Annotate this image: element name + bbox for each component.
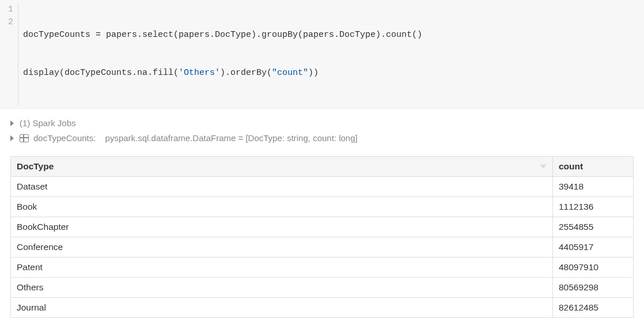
cell-doctype: Journal xyxy=(11,298,553,318)
table-row: Conference4405917 xyxy=(11,237,634,258)
cell-doctype: Others xyxy=(11,278,553,298)
column-header-label: count xyxy=(559,161,583,171)
column-header-count[interactable]: count xyxy=(553,157,634,177)
table-row: Others80569298 xyxy=(11,278,634,298)
table-header-row: DocType count xyxy=(11,157,634,177)
code-line: display(docTypeCounts.na.fill('Others').… xyxy=(23,67,422,80)
cell-count: 2554855 xyxy=(553,217,634,237)
cell-doctype: Dataset xyxy=(11,177,553,197)
result-table-wrap: DocType count Dataset39418Book1112136Boo… xyxy=(0,146,644,318)
spark-jobs-label: (1) Spark Jobs xyxy=(20,116,76,131)
table-row: Book1112136 xyxy=(11,197,634,217)
cell-count: 80569298 xyxy=(553,278,634,298)
sort-caret-icon xyxy=(540,165,547,169)
result-table: DocType count Dataset39418Book1112136Boo… xyxy=(10,156,634,318)
cell-doctype: Patent xyxy=(11,258,553,278)
line-gutter: 1 2 xyxy=(0,2,18,106)
cell-doctype: Conference xyxy=(11,237,553,258)
cell-doctype: Book xyxy=(11,197,553,217)
table-row: Dataset39418 xyxy=(11,177,634,197)
dataframe-type: pyspark.sql.dataframe.DataFrame = [DocTy… xyxy=(105,131,358,146)
code-content[interactable]: docTypeCounts = papers.select(papers.Doc… xyxy=(18,2,427,106)
column-header-doctype[interactable]: DocType xyxy=(11,157,553,177)
dataframe-name: docTypeCounts: xyxy=(33,131,96,146)
table-row: Journal82612485 xyxy=(11,298,634,318)
spark-jobs-toggle[interactable]: (1) Spark Jobs xyxy=(10,116,644,131)
triangle-right-icon xyxy=(10,120,14,126)
cell-count: 39418 xyxy=(553,177,634,197)
triangle-right-icon xyxy=(10,135,14,141)
column-header-label: DocType xyxy=(17,161,54,171)
cell-doctype: BookChapter xyxy=(11,217,553,237)
cell-count: 1112136 xyxy=(553,197,634,217)
cell-count: 4405917 xyxy=(553,237,634,258)
cell-count: 48097910 xyxy=(553,258,634,278)
table-row: BookChapter2554855 xyxy=(11,217,634,237)
table-row: Patent48097910 xyxy=(11,258,634,278)
output-meta: (1) Spark Jobs docTypeCounts: pyspark.sq… xyxy=(0,109,644,146)
dataframe-schema-toggle[interactable]: docTypeCounts: pyspark.sql.dataframe.Dat… xyxy=(10,131,644,146)
table-icon xyxy=(20,134,29,142)
code-line: docTypeCounts = papers.select(papers.Doc… xyxy=(23,29,422,41)
cell-count: 82612485 xyxy=(553,298,634,318)
line-number: 2 xyxy=(7,16,13,29)
code-cell: 1 2 docTypeCounts = papers.select(papers… xyxy=(0,0,644,109)
line-number: 1 xyxy=(7,3,13,16)
